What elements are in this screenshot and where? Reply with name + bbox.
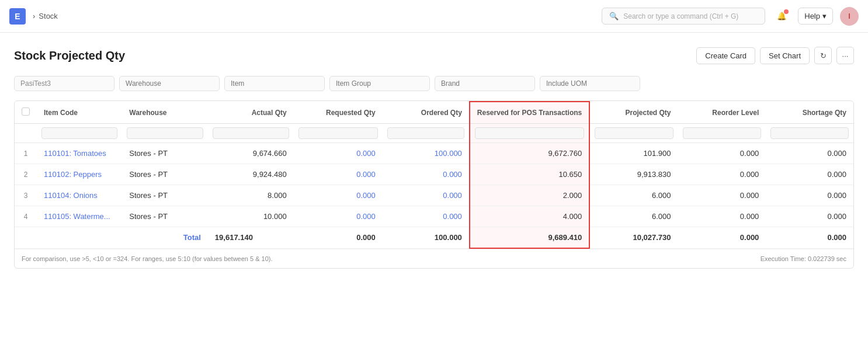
total-label: Total <box>37 227 208 249</box>
row-reserved-pos: 9,672.760 <box>470 143 589 164</box>
search-bar[interactable]: 🔍 Search or type a command (Ctrl + G) <box>602 8 765 25</box>
execution-time: Execution Time: 0.022739 sec <box>761 255 846 262</box>
row-item-code[interactable]: 110104: Onions <box>37 185 122 206</box>
col-filter-requested-qty[interactable] <box>294 124 383 143</box>
item-group-filter[interactable] <box>329 76 430 91</box>
col-filter-projected-qty[interactable] <box>589 124 678 143</box>
page-actions: Create Card Set Chart ↻ ··· <box>696 47 854 64</box>
table-row[interactable]: 4 110105: Waterme... Stores - PT 10.000 … <box>15 206 853 227</box>
set-chart-button[interactable]: Set Chart <box>760 47 810 64</box>
more-options-button[interactable]: ··· <box>836 47 854 64</box>
row-num: 1 <box>15 143 37 164</box>
row-item-code[interactable]: 110105: Waterme... <box>37 206 122 227</box>
row-actual-qty: 9,674.660 <box>208 143 294 164</box>
notification-dot <box>784 9 789 14</box>
total-ordered-qty: 100.000 <box>383 227 470 249</box>
total-row: Total 19,617.140 0.000 100.000 9,689.410… <box>15 227 853 249</box>
warehouse-filter[interactable] <box>119 76 220 91</box>
table-footer: For comparison, use >5, <10 or =324. For… <box>15 249 853 268</box>
stock-table: Item Code Warehouse Actual Qty Requested… <box>15 101 853 249</box>
navbar: E › Stock 🔍 Search or type a command (Ct… <box>0 0 868 33</box>
col-filter-check <box>15 124 37 143</box>
total-requested-qty: 0.000 <box>294 227 383 249</box>
row-warehouse: Stores - PT <box>122 185 208 206</box>
col-projected-qty: Projected Qty <box>589 102 678 124</box>
help-label: Help <box>804 12 820 20</box>
ellipsis-icon: ··· <box>842 51 849 60</box>
requested-qty-filter-input[interactable] <box>298 127 378 139</box>
total-projected-qty: 10,027.730 <box>589 227 678 249</box>
row-ordered-qty: 0.000 <box>383 206 470 227</box>
row-shortage-qty: 0.000 <box>766 143 853 164</box>
total-actual-qty: 19,617.140 <box>208 227 294 249</box>
row-num: 4 <box>15 206 37 227</box>
row-reserved-pos: 2.000 <box>470 185 589 206</box>
row-ordered-qty: 0.000 <box>383 185 470 206</box>
create-card-button[interactable]: Create Card <box>696 47 755 64</box>
row-actual-qty: 9,924.480 <box>208 164 294 185</box>
footer-hint: For comparison, use >5, <10 or =324. For… <box>22 255 273 262</box>
search-icon: 🔍 <box>609 12 619 20</box>
table-row[interactable]: 1 110101: Tomatoes Stores - PT 9,674.660… <box>15 143 853 164</box>
ordered-qty-filter-input[interactable] <box>387 127 464 139</box>
col-filter-warehouse[interactable] <box>122 124 208 143</box>
col-filter-ordered-qty[interactable] <box>383 124 470 143</box>
col-reorder-level: Reorder Level <box>678 102 766 124</box>
row-warehouse: Stores - PT <box>122 206 208 227</box>
table-row[interactable]: 3 110104: Onions Stores - PT 8.000 0.000… <box>15 185 853 206</box>
col-filter-reorder-level[interactable] <box>678 124 766 143</box>
company-filter[interactable] <box>14 76 114 91</box>
col-filter-actual-qty[interactable] <box>208 124 294 143</box>
warehouse-col-filter-input[interactable] <box>127 127 203 139</box>
actual-qty-filter-input[interactable] <box>213 127 289 139</box>
avatar[interactable]: I <box>840 7 859 26</box>
projected-qty-filter-input[interactable] <box>595 127 673 139</box>
row-requested-qty: 0.000 <box>294 143 383 164</box>
chevron-right-icon: › <box>33 12 35 20</box>
page-header: Stock Projected Qty Create Card Set Char… <box>14 47 854 64</box>
total-empty <box>15 227 37 249</box>
col-actual-qty: Actual Qty <box>208 102 294 124</box>
data-table: Item Code Warehouse Actual Qty Requested… <box>14 100 854 269</box>
row-shortage-qty: 0.000 <box>766 185 853 206</box>
col-filter-reserved-pos[interactable] <box>470 124 589 143</box>
row-shortage-qty: 0.000 <box>766 164 853 185</box>
refresh-button[interactable]: ↻ <box>814 47 832 64</box>
col-filter-item-code[interactable] <box>37 124 122 143</box>
col-warehouse: Warehouse <box>122 102 208 124</box>
table-header-row: Item Code Warehouse Actual Qty Requested… <box>15 102 853 124</box>
row-num: 2 <box>15 164 37 185</box>
row-ordered-qty: 100.000 <box>383 143 470 164</box>
col-checkbox <box>15 102 37 124</box>
item-code-filter-input[interactable] <box>41 127 117 139</box>
row-projected-qty: 101.900 <box>589 143 678 164</box>
row-reserved-pos: 4.000 <box>470 206 589 227</box>
col-reserved-pos: Reserved for POS Transactions <box>470 102 589 124</box>
col-filter-shortage-qty[interactable] <box>766 124 853 143</box>
row-reorder-level: 0.000 <box>678 206 766 227</box>
reorder-level-filter-input[interactable] <box>683 127 762 139</box>
item-filter[interactable] <box>224 76 325 91</box>
refresh-icon: ↻ <box>820 51 827 60</box>
select-all-checkbox[interactable] <box>22 107 30 116</box>
col-item-code: Item Code <box>37 102 122 124</box>
include-uom-filter[interactable] <box>540 76 640 91</box>
row-item-code[interactable]: 110101: Tomatoes <box>37 143 122 164</box>
row-requested-qty: 0.000 <box>294 185 383 206</box>
row-item-code[interactable]: 110102: Peppers <box>37 164 122 185</box>
shortage-qty-filter-input[interactable] <box>770 127 849 139</box>
reserved-pos-filter-input[interactable] <box>475 127 584 139</box>
total-reserved-pos: 9,689.410 <box>470 227 589 249</box>
row-warehouse: Stores - PT <box>122 143 208 164</box>
breadcrumb-stock[interactable]: Stock <box>39 12 58 20</box>
row-reorder-level: 0.000 <box>678 185 766 206</box>
app-logo[interactable]: E <box>9 8 26 25</box>
table-row[interactable]: 2 110102: Peppers Stores - PT 9,924.480 … <box>15 164 853 185</box>
row-reorder-level: 0.000 <box>678 164 766 185</box>
help-button[interactable]: Help ▾ <box>798 8 833 25</box>
notification-button[interactable]: 🔔 <box>772 7 791 26</box>
page-content: Stock Projected Qty Create Card Set Char… <box>0 33 868 269</box>
row-shortage-qty: 0.000 <box>766 206 853 227</box>
table-body: 1 110101: Tomatoes Stores - PT 9,674.660… <box>15 143 853 249</box>
brand-filter[interactable] <box>435 76 535 91</box>
